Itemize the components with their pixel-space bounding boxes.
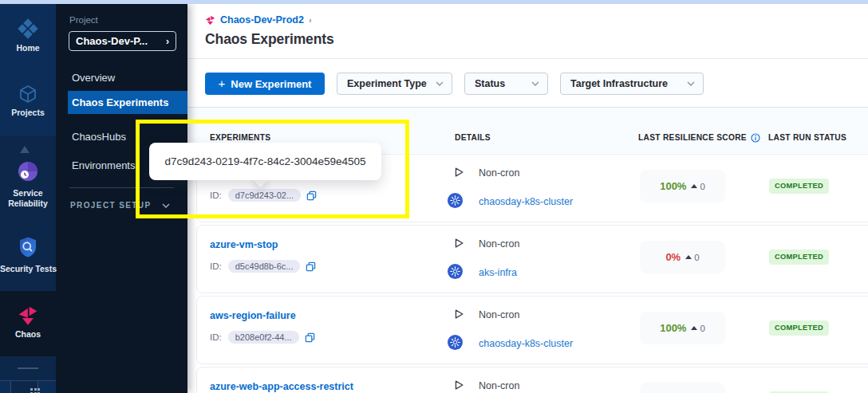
resilience-score: 100% 0 — [640, 312, 725, 344]
play-icon — [452, 166, 465, 179]
experiment-row-2[interactable]: azure-vm-stop ID: d5c49d8b-6c... Non-cro… — [196, 225, 868, 293]
sidebar-item-service-reliability[interactable]: Service Reliability — [0, 159, 56, 209]
module-grid-icon — [30, 388, 41, 393]
play-icon — [452, 379, 465, 391]
delta-up-icon — [691, 184, 697, 188]
chevron-down-icon — [436, 81, 444, 86]
kubernetes-icon — [448, 193, 463, 208]
breadcrumb-project-link[interactable]: Chaos-Dev-Prod2 — [220, 14, 304, 26]
header-divider — [187, 58, 868, 59]
delta-up-icon — [691, 326, 697, 330]
service-reliability-icon — [16, 159, 40, 183]
breadcrumb-chevron-icon: › — [309, 15, 312, 25]
infrastructure-link[interactable]: chaosday-k8s-cluster — [479, 338, 573, 349]
projects-icon — [18, 84, 38, 104]
kubernetes-icon — [448, 264, 463, 279]
resilience-score: 100% 0 — [640, 170, 725, 202]
delta-up-icon — [685, 255, 692, 259]
chevron-down-icon — [687, 81, 695, 86]
experiment-row-3[interactable]: aws-region-failure ID: b208e0f2-44... No… — [196, 296, 868, 364]
resilience-score: 0% 0 — [640, 241, 725, 273]
sidebar-bottom-bar — [0, 380, 56, 393]
plus-icon: + — [219, 77, 226, 90]
experiment-id-row: ID: d5c49d8b-6c... — [210, 260, 316, 273]
sidebar-label-service-reliability: Service Reliability — [0, 188, 56, 209]
experiment-name[interactable]: azure-vm-stop — [210, 239, 278, 250]
project-selector-value: Chaos-Dev-P... — [76, 35, 166, 47]
infrastructure-link[interactable]: aks-infra — [479, 267, 517, 278]
experiment-row-4[interactable]: azure-web-app-access-restrict Non-cron C… — [196, 367, 868, 393]
chaos-icon — [18, 305, 38, 326]
experiment-name[interactable]: aws-region-failure — [210, 310, 296, 321]
sidebar-collapse-divider[interactable] — [18, 367, 38, 369]
copy-icon[interactable] — [305, 332, 315, 343]
project-section-label: Project — [69, 15, 98, 25]
filter-status[interactable]: Status — [464, 73, 548, 95]
sidebar-item-home[interactable]: Home — [0, 18, 56, 53]
sidebar-item-security-tests[interactable]: Security Tests — [0, 235, 56, 274]
breadcrumb: Chaos-Dev-Prod2 › — [205, 14, 312, 26]
play-icon — [452, 237, 465, 250]
info-icon[interactable] — [751, 133, 760, 143]
collapse-up-icon[interactable] — [20, 146, 30, 153]
new-experiment-button[interactable]: + New Experiment — [205, 73, 325, 95]
sidebar-item-projects[interactable]: Projects — [0, 84, 56, 118]
status-badge: COMPLETED — [769, 320, 829, 336]
page-title: Chaos Experiments — [205, 31, 334, 48]
column-resilience-score: LAST RESILIENCE SCORE — [638, 132, 760, 143]
experiment-schedule: Non-cron — [479, 167, 519, 179]
filter-status-label: Status — [475, 78, 531, 89]
status-badge: COMPLETED — [769, 179, 829, 194]
highlight-rectangle — [136, 120, 409, 218]
experiment-name[interactable]: azure-web-app-access-restrict — [210, 381, 353, 392]
sidebar-item-chaos[interactable]: Chaos — [0, 305, 56, 340]
sidebar-label-projects: Projects — [0, 108, 56, 118]
resilience-score — [640, 383, 725, 393]
project-selector[interactable]: Chaos-Dev-P... › — [69, 31, 176, 51]
sidebar-item-overview[interactable]: Overview — [72, 73, 115, 84]
experiment-id: d5c49d8b-6c... — [228, 260, 301, 273]
sidebar-label-chaos: Chaos — [0, 329, 56, 340]
home-icon — [17, 18, 39, 40]
filter-target-infrastructure[interactable]: Target Infrastructure — [560, 73, 704, 95]
play-icon — [452, 308, 465, 320]
sidebar-item-chaos-experiments-label: Chaos Experiments — [72, 91, 168, 114]
experiment-id: b208e0f2-44... — [228, 331, 299, 344]
top-accent-bar — [0, 0, 868, 4]
status-badge: COMPLETED — [769, 250, 829, 265]
experiment-schedule: Non-cron — [479, 238, 519, 250]
kubernetes-icon — [448, 335, 463, 350]
sidebar-label-home: Home — [0, 43, 56, 53]
chevron-down-icon — [531, 81, 539, 86]
experiment-id-row: ID: b208e0f2-44... — [210, 331, 315, 344]
column-details: DETAILS — [455, 132, 491, 143]
filter-experiment-type-label: Experiment Type — [347, 78, 436, 89]
sidebar-item-environments[interactable]: Environments — [72, 160, 135, 171]
chevron-right-icon: › — [166, 36, 169, 47]
sidebar-item-chaos-experiments[interactable]: Chaos Experiments — [68, 91, 187, 114]
security-tests-icon — [16, 235, 40, 259]
filter-experiment-type[interactable]: Experiment Type — [337, 73, 452, 95]
experiment-schedule: Non-cron — [479, 309, 519, 320]
module-switcher-cell[interactable] — [10, 381, 38, 393]
copy-icon[interactable] — [306, 261, 316, 272]
infrastructure-link[interactable]: chaosday-k8s-cluster — [479, 196, 573, 207]
chaos-breadcrumb-icon — [205, 15, 215, 26]
experiment-schedule: Non-cron — [479, 380, 519, 391]
filter-target-infrastructure-label: Target Infrastructure — [570, 78, 687, 89]
module-sidebar: Home Projects Service Reliability — [0, 4, 56, 393]
sidebar-item-chaoshubs[interactable]: ChaosHubs — [72, 132, 126, 143]
column-run-status: LAST RUN STATUS — [768, 132, 846, 143]
new-experiment-label: New Experiment — [231, 78, 311, 90]
sidebar-label-security-tests: Security Tests — [0, 264, 56, 274]
